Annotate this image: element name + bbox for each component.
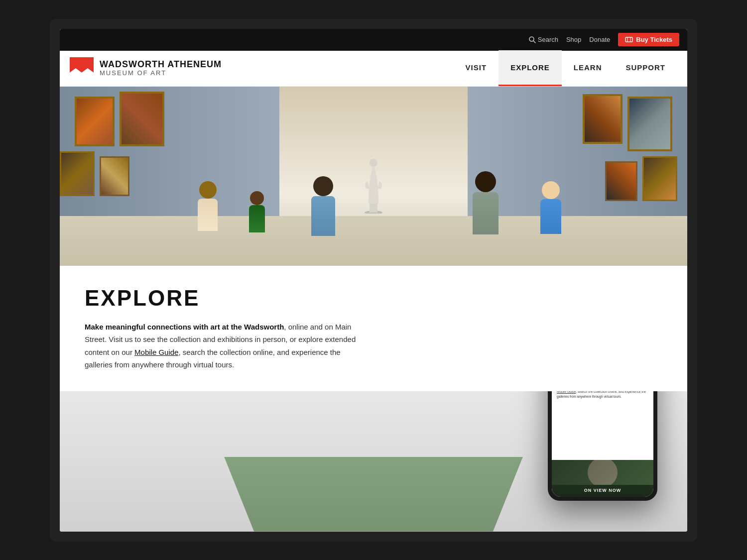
logo-title: WADSWORTH ATHENEUM <box>100 60 222 70</box>
mobile-on-view-section[interactable]: ON VIEW NOW <box>552 460 653 497</box>
main-navigation: WADSWORTH ATHENEUM MUSEUM OF ART VISIT E… <box>60 51 687 87</box>
mobile-mockup: WADSWORTH ATHENEUM MUSEUM OF ART Buy Tic… <box>548 391 657 501</box>
museum-logo-icon <box>70 57 94 79</box>
mobile-content: EXPLORE Make meaningful connections with… <box>552 391 653 460</box>
nav-item-explore[interactable]: EXPLORE <box>498 50 562 86</box>
person-1 <box>198 181 218 241</box>
donate-button[interactable]: Donate <box>589 36 610 43</box>
painting-6 <box>583 94 622 144</box>
explore-body-text: Make meaningful connections with art at … <box>85 321 364 371</box>
gallery-floor <box>60 216 687 266</box>
mobile-screen: WADSWORTH ATHENEUM MUSEUM OF ART Buy Tic… <box>552 391 653 497</box>
bottom-bg-decoration <box>224 457 523 532</box>
bottom-section: WADSWORTH ATHENEUM MUSEUM OF ART Buy Tic… <box>60 391 687 532</box>
monitor-frame: Search Shop Donate Buy Tickets <box>50 19 697 542</box>
painting-8 <box>605 161 637 201</box>
utility-bar: Search Shop Donate Buy Tickets <box>60 29 687 51</box>
mobile-mobile-guide-link[interactable]: Mobile Guide <box>557 391 576 393</box>
body-bold-text: Make meaningful connections with art at … <box>85 323 284 331</box>
logo-area[interactable]: WADSWORTH ATHENEUM MUSEUM OF ART <box>70 57 454 79</box>
logo-subtitle: MUSEUM OF ART <box>100 69 222 77</box>
svg-line-1 <box>533 41 535 43</box>
painting-3 <box>60 151 95 196</box>
shop-button[interactable]: Shop <box>566 36 581 43</box>
person-4 <box>472 171 499 241</box>
nav-item-learn[interactable]: LEARN <box>562 50 614 86</box>
painting-5 <box>627 97 672 151</box>
person-2 <box>248 191 265 241</box>
svg-point-7 <box>370 159 377 167</box>
hero-image <box>60 87 687 266</box>
person-3 <box>311 176 336 241</box>
person-5 <box>539 181 562 241</box>
nav-item-support[interactable]: SUPPORT <box>614 50 677 86</box>
mobile-body-text: Make meaningful connections with art at … <box>557 391 648 400</box>
search-button[interactable]: Search <box>529 36 558 43</box>
painting-1 <box>75 97 115 146</box>
logo-text: WADSWORTH ATHENEUM MUSEUM OF ART <box>100 60 222 77</box>
painting-7 <box>642 156 677 201</box>
nav-item-visit[interactable]: VISIT <box>454 50 499 86</box>
content-section: EXPLORE Make meaningful connections with… <box>60 266 687 391</box>
buy-tickets-button[interactable]: Buy Tickets <box>618 33 679 46</box>
painting-2 <box>120 92 164 146</box>
svg-rect-6 <box>370 204 377 213</box>
nav-items: VISIT EXPLORE LEARN SUPPORT <box>454 50 677 86</box>
browser-screen: Search Shop Donate Buy Tickets <box>60 29 687 532</box>
gallery-scene <box>60 87 687 266</box>
on-view-now-label: ON VIEW NOW <box>584 488 622 493</box>
svg-rect-2 <box>625 37 632 42</box>
mobile-guide-link[interactable]: Mobile Guide <box>134 348 178 356</box>
painting-4 <box>100 156 129 196</box>
page-title: EXPLORE <box>85 286 662 311</box>
